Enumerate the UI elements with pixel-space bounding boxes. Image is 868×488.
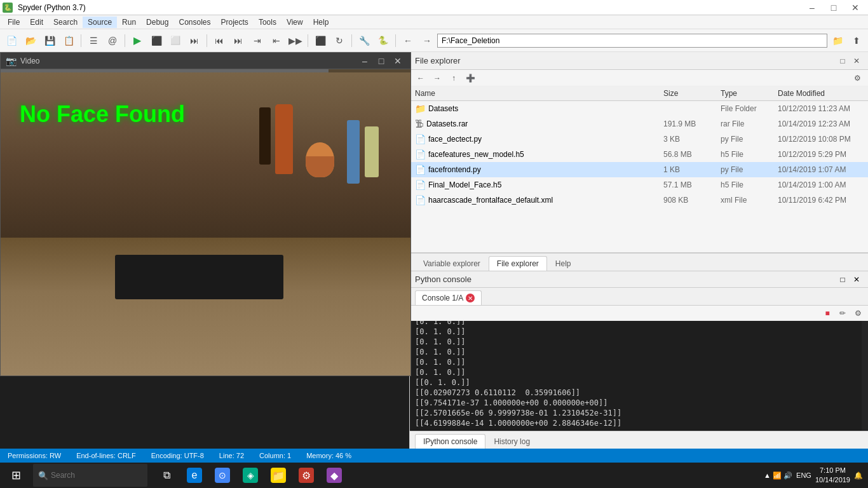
file-row[interactable]: 📁 Datasets File Folder 10/12/2019 11:23 …: [410, 101, 868, 116]
col-name[interactable]: Name: [410, 88, 658, 99]
taskbar-app3[interactable]: ◈: [238, 463, 263, 488]
minimize-button[interactable]: –: [802, 1, 822, 14]
save-all-button[interactable]: 📋: [60, 32, 78, 50]
taskbar-app5[interactable]: ◆: [322, 463, 347, 488]
step-button[interactable]: ⏭: [186, 32, 203, 50]
fe-maximize-button[interactable]: □: [836, 55, 849, 67]
console-settings-button[interactable]: ⚙: [851, 308, 864, 319]
menu-view[interactable]: View: [281, 17, 308, 28]
console-tab-close[interactable]: ✕: [466, 294, 475, 302]
fe-new-folder-button[interactable]: ➕: [463, 72, 477, 85]
app-title: Spyder (Python 3.7): [18, 3, 86, 12]
file-size-cell: [658, 107, 715, 110]
open-file-button[interactable]: 📂: [22, 32, 39, 50]
file-row[interactable]: 🗜 Datasets.rar 191.9 MB rar File 10/14/2…: [410, 116, 868, 132]
console-output-line: [0. 1. 0.]]: [415, 367, 857, 377]
settings-button[interactable]: 🔧: [355, 32, 373, 50]
tab-help[interactable]: Help: [547, 256, 580, 271]
console-tab-1[interactable]: Console 1/A ✕: [415, 290, 482, 305]
file-date-cell: 10/14/2019 1:07 AM: [773, 164, 868, 175]
stop-button[interactable]: ⬛: [311, 32, 329, 50]
fe-back-button[interactable]: ←: [414, 72, 428, 85]
file-row[interactable]: 📄 haarcascade_frontalface_default.xml 90…: [410, 193, 868, 208]
tab-ipython-console[interactable]: IPython console: [415, 434, 485, 449]
fe-close-button[interactable]: ✕: [850, 55, 863, 67]
file-date-cell: 10/14/2019 12:23 AM: [773, 118, 868, 130]
obj-bottle3: [347, 120, 360, 184]
console-edit-button[interactable]: ✏: [836, 308, 849, 319]
back-button[interactable]: ←: [399, 32, 417, 50]
home-button[interactable]: ⬆: [848, 32, 865, 50]
file-name-cell: 📄 haarcascade_frontalface_default.xml: [410, 194, 658, 207]
console-close-button[interactable]: ✕: [850, 273, 863, 286]
menu-file[interactable]: File: [3, 17, 25, 28]
taskbar-files[interactable]: 📁: [266, 463, 291, 488]
console-output-area: [0. 1. 0.]][0. 1. 0.]][0. 1. 0.]][0. 1. …: [410, 321, 868, 431]
menu-edit[interactable]: Edit: [25, 17, 48, 28]
col-type[interactable]: Type: [715, 88, 773, 99]
taskbar-task-view[interactable]: ⧉: [154, 463, 179, 488]
close-button[interactable]: ✕: [845, 1, 865, 14]
console-tab-label: Console 1/A: [422, 294, 463, 302]
video-minimize-button[interactable]: –: [357, 55, 372, 67]
status-column: Column: 1: [259, 452, 291, 459]
notification-icon[interactable]: 🔔: [854, 471, 863, 480]
obj-jar: [306, 142, 334, 177]
console-controls: □ ✕: [836, 273, 863, 286]
file-row[interactable]: 📄 facefeatures_new_model.h5 56.8 MB h5 F…: [410, 147, 868, 162]
window-controls: – □ ✕: [802, 1, 865, 14]
python-button[interactable]: 🐍: [374, 32, 392, 50]
menu-tools[interactable]: Tools: [254, 17, 281, 28]
menu-debug[interactable]: Debug: [141, 17, 173, 28]
start-button[interactable]: ⊞: [0, 463, 32, 488]
next-button[interactable]: ⏭: [229, 32, 247, 50]
console-maximize-button[interactable]: □: [836, 273, 849, 286]
browse-tabs-button[interactable]: ☰: [85, 32, 102, 50]
save-file-button[interactable]: 💾: [41, 32, 58, 50]
console-output[interactable]: [0. 1. 0.]][0. 1. 0.]][0. 1. 0.]][0. 1. …: [410, 321, 862, 431]
menu-run[interactable]: Run: [117, 17, 141, 28]
run-sel-button[interactable]: ▶▶: [287, 32, 304, 50]
taskbar-search-input[interactable]: [51, 471, 142, 480]
unindent-button[interactable]: ⇤: [268, 32, 285, 50]
video-close-button[interactable]: ✕: [390, 55, 405, 67]
debug-button[interactable]: ⬜: [166, 32, 184, 50]
open-folder-button[interactable]: 📁: [829, 32, 846, 50]
maximize-button[interactable]: □: [824, 1, 844, 14]
tab-file-explorer[interactable]: File explorer: [489, 256, 547, 271]
taskbar-chrome[interactable]: ⊙: [210, 463, 235, 488]
file-row[interactable]: 📄 Final_Model_Face.h5 57.1 MB h5 File 10…: [410, 177, 868, 193]
separator-5: [351, 34, 352, 47]
fe-settings-icon[interactable]: ⚙: [850, 72, 864, 85]
col-date[interactable]: Date Modified: [773, 88, 868, 99]
refresh-button[interactable]: ↻: [330, 32, 348, 50]
menu-consoles[interactable]: Consoles: [173, 17, 215, 28]
col-size[interactable]: Size: [658, 88, 715, 99]
fe-forward-button[interactable]: →: [430, 72, 444, 85]
indent-button[interactable]: ⇥: [248, 32, 266, 50]
run-button[interactable]: ▶: [128, 32, 146, 50]
menu-search[interactable]: Search: [48, 17, 83, 28]
file-row[interactable]: 📄 face_dectect.py 3 KB py File 10/12/201…: [410, 132, 868, 147]
address-bar[interactable]: F:\Face_Deletion: [437, 34, 827, 48]
file-table: Name Size Type Date Modified 📁 Datasets …: [410, 86, 868, 252]
taskbar-app4[interactable]: ⚙: [294, 463, 319, 488]
taskbar-search[interactable]: 🔍: [33, 464, 147, 487]
menu-projects[interactable]: Projects: [216, 17, 254, 28]
forward-button[interactable]: →: [418, 32, 436, 50]
file-row[interactable]: 📄 facefrontend.py 1 KB py File 10/14/201…: [410, 162, 868, 177]
console-stop-button[interactable]: ■: [821, 308, 834, 319]
email-button[interactable]: @: [104, 32, 121, 50]
run-file-button[interactable]: ⬛: [147, 32, 165, 50]
prev-button[interactable]: ⏮: [210, 32, 228, 50]
tab-history-log[interactable]: History log: [485, 434, 538, 449]
fe-up-button[interactable]: ↑: [447, 72, 461, 85]
menu-help[interactable]: Help: [308, 17, 334, 28]
taskbar-edge[interactable]: e: [182, 463, 207, 488]
edge-icon: e: [187, 468, 202, 483]
menu-source[interactable]: Source: [83, 17, 117, 28]
new-file-button[interactable]: 📄: [3, 32, 20, 50]
tab-variable-explorer[interactable]: Variable explorer: [415, 256, 489, 271]
console-scrollbar[interactable]: [862, 321, 868, 431]
video-maximize-button[interactable]: □: [374, 55, 389, 67]
